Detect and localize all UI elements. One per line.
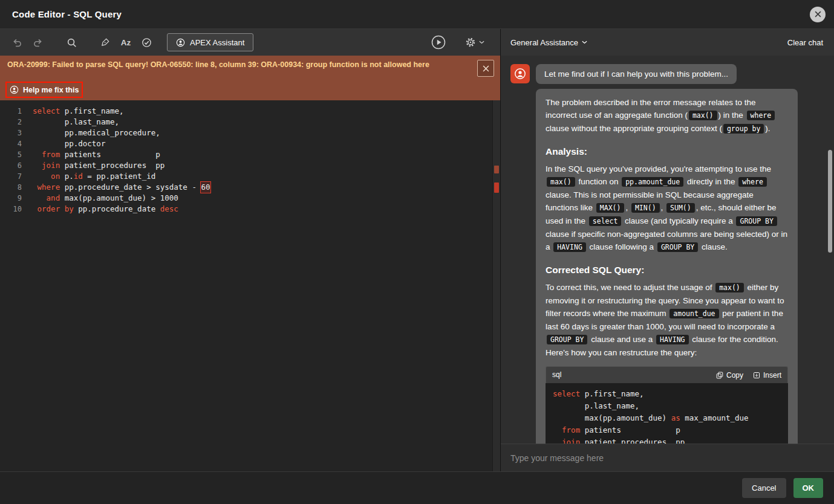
search-button[interactable] xyxy=(62,33,81,52)
text-run: clause (and typically require a xyxy=(622,216,735,225)
sql-keyword: join xyxy=(42,160,60,171)
ok-button[interactable]: OK xyxy=(793,478,824,498)
chevron-down-icon xyxy=(582,40,587,44)
undo-button[interactable] xyxy=(7,33,27,52)
sql-text: p.last_name, xyxy=(33,117,119,128)
chat-input-bar xyxy=(501,444,834,471)
sql-text: max_amount_due xyxy=(680,412,749,424)
text-run: clause without the appropriate grouping … xyxy=(546,124,722,133)
check-circle-icon xyxy=(142,37,152,48)
sql-keyword: on xyxy=(51,171,60,182)
copy-code-button[interactable]: Copy xyxy=(716,371,743,380)
sql-text: max(pp.amount_due) xyxy=(553,412,671,424)
chat-messages: Let me find out if I can help you with t… xyxy=(501,56,834,444)
clear-chat-button[interactable]: Clear chat xyxy=(787,38,823,47)
text-run: ). xyxy=(765,124,770,133)
assistant-avatar xyxy=(510,64,530,83)
sql-keyword: as xyxy=(671,412,680,424)
sql-text: max(pp.amount_due) > 1000 xyxy=(60,193,178,204)
inline-code: HAVING xyxy=(656,335,689,344)
inline-code: HAVING xyxy=(553,242,586,252)
gear-icon xyxy=(465,37,476,48)
inline-code: MIN() xyxy=(631,203,660,213)
case-button[interactable]: Az xyxy=(116,33,135,52)
text-run: clause following a xyxy=(587,242,656,251)
sql-text: p. xyxy=(60,171,74,182)
chat-scrollbar[interactable] xyxy=(828,150,832,253)
sql-text: patient_procedures pp xyxy=(60,160,165,171)
sql-text: patients p xyxy=(580,424,680,436)
text-run: , xyxy=(625,203,630,212)
cancel-button[interactable]: Cancel xyxy=(742,478,786,498)
code-editor[interactable]: 1select p.first_name,2 p.last_name,3 pp.… xyxy=(0,100,500,471)
sql-text: pp.doctor xyxy=(33,138,105,149)
inline-code: GROUP BY xyxy=(657,242,698,252)
format-button[interactable] xyxy=(96,33,115,52)
sql-text: pp.procedure_date xyxy=(74,204,160,215)
code-line: 10 order by pp.procedure_date desc xyxy=(0,204,486,215)
search-icon xyxy=(67,37,77,48)
insert-label: Insert xyxy=(763,371,781,380)
dialog-titlebar: Code Editor - SQL Query xyxy=(0,0,834,29)
text-run: directly in the xyxy=(685,177,737,186)
pen-icon xyxy=(100,37,110,47)
error-dismiss-button[interactable] xyxy=(477,60,494,77)
settings-button[interactable] xyxy=(463,33,487,52)
run-button[interactable] xyxy=(429,33,448,52)
insert-icon xyxy=(753,372,760,379)
help-me-fix-button[interactable]: Help me fix this xyxy=(8,85,80,95)
code-line: 4 pp.doctor xyxy=(0,138,486,149)
validate-button[interactable] xyxy=(137,33,156,52)
code-lines: 1select p.first_name,2 p.last_name,3 pp.… xyxy=(0,106,486,215)
sql-keyword: where xyxy=(37,182,60,193)
inline-code: MAX() xyxy=(596,203,625,213)
assistance-mode-dropdown[interactable]: General Assistance xyxy=(510,38,587,47)
corrected-query-heading: Corrected SQL Query: xyxy=(546,263,788,276)
code-line: 9 and max(pp.amount_due) > 1000 xyxy=(0,193,486,204)
line-number: 3 xyxy=(0,128,22,138)
sql-keyword: select xyxy=(553,388,580,400)
assistant-intro-row: Let me find out if I can help you with t… xyxy=(510,64,824,84)
message-paragraph: In the SQL query you've provided, you're… xyxy=(546,163,788,254)
inline-code: SUM() xyxy=(666,203,695,213)
text-run: function on xyxy=(576,177,621,186)
inline-code: max() xyxy=(547,177,575,187)
error-message: ORA-20999: Failed to parse SQL query! OR… xyxy=(7,60,471,70)
analysis-heading: Analysis: xyxy=(546,145,788,158)
code-line: from patients p xyxy=(553,424,781,436)
error-token: 60 xyxy=(201,182,210,193)
inline-code: group by xyxy=(723,124,764,134)
close-icon xyxy=(483,65,489,72)
code-line: 7 on p.id = pp.patient_id xyxy=(0,171,486,182)
suggested-code: select p.first_name, p.last_name, max(pp… xyxy=(546,383,788,444)
sql-text: patient_procedures pp xyxy=(580,436,685,444)
sql-text xyxy=(553,436,562,444)
code-line: join patient_procedures pp xyxy=(553,436,781,444)
redo-button[interactable] xyxy=(28,33,47,52)
assistant-person-icon xyxy=(176,38,185,47)
sql-keyword: and xyxy=(47,193,60,204)
insert-code-button[interactable]: Insert xyxy=(753,371,781,380)
line-number: 5 xyxy=(0,149,22,160)
inline-code: GROUP BY xyxy=(736,216,777,226)
assistance-mode-label: General Assistance xyxy=(510,38,578,47)
code-line: 6 join patient_procedures pp xyxy=(0,160,486,171)
code-line: 2 p.last_name, xyxy=(0,117,486,128)
assistant-message-bubble: The problem described in the error messa… xyxy=(536,89,798,444)
apex-assistant-button[interactable]: APEX Assistant xyxy=(167,33,253,51)
inline-code: pp.amount_due xyxy=(622,177,683,187)
code-line: 8 where pp.procedure_date > sysdate - 60 xyxy=(0,182,486,193)
dialog-close-button[interactable] xyxy=(810,7,826,22)
assistant-person-icon xyxy=(10,85,19,94)
editor-scrollbar[interactable] xyxy=(492,100,500,471)
assistant-intro-bubble: Let me find out if I can help you with t… xyxy=(536,64,737,84)
line-number: 1 xyxy=(0,106,22,117)
sql-text: p.first_name, xyxy=(580,388,643,400)
sql-keyword: order by xyxy=(37,204,74,215)
chat-message-input[interactable] xyxy=(510,453,824,463)
inline-code: max() xyxy=(715,283,744,292)
code-line: 5 from patients p xyxy=(0,149,486,160)
sql-text xyxy=(33,204,37,215)
page-title: Code Editor - SQL Query xyxy=(12,9,122,19)
code-block-actions: Copy Insert xyxy=(716,371,781,380)
